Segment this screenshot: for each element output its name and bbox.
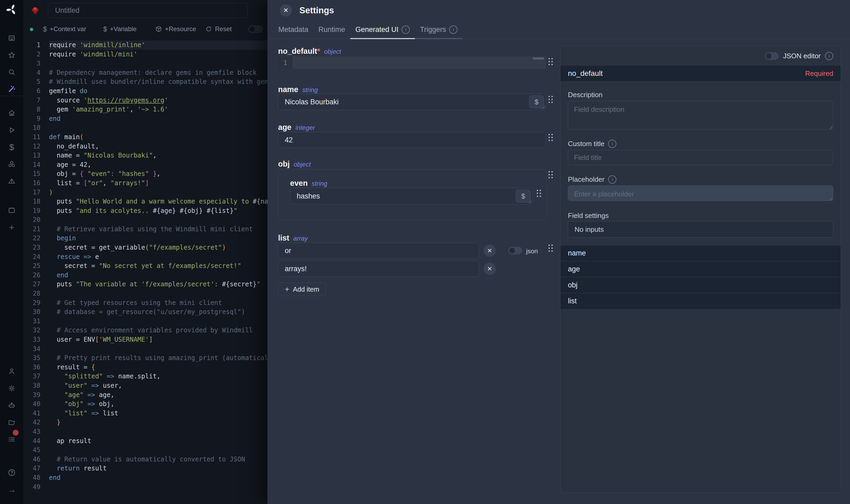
settings-header: ✕ Settings <box>268 0 850 21</box>
drag-handle[interactable] <box>537 190 541 197</box>
code-token: ] <box>145 179 149 187</box>
mini-scrollbar[interactable] <box>533 57 544 59</box>
code-token: "arrays!" <box>110 179 145 187</box>
code-token: # Get typed resources using the mini cli… <box>49 299 222 307</box>
code-token: name.split, <box>118 373 161 380</box>
add-variable-button[interactable]: $ +Variable <box>103 21 137 37</box>
drag-handle[interactable] <box>548 58 553 65</box>
code-token: age = 42, <box>49 161 91 168</box>
audit-logs-icon[interactable] <box>0 432 23 447</box>
json-editor-toggle[interactable] <box>765 52 779 60</box>
code-token: gem <box>49 106 72 113</box>
windmill-logo-icon[interactable] <box>0 2 23 17</box>
required-asterisk: * <box>317 47 320 55</box>
drag-handle[interactable] <box>548 134 553 141</box>
home-icon[interactable] <box>0 106 23 121</box>
field-row-list[interactable]: list <box>560 293 841 309</box>
close-icon[interactable]: ✕ <box>280 4 292 17</box>
code-token: ( <box>145 244 149 251</box>
diff-toggle[interactable] <box>248 25 263 33</box>
apps-prism-icon[interactable] <box>0 174 23 189</box>
code-token: secret = <box>49 262 99 270</box>
code-token: "splitted" <box>65 373 103 380</box>
code-token <box>149 170 153 178</box>
tab-metadata[interactable]: Metadata <box>273 21 313 39</box>
code-token: source <box>49 96 84 104</box>
json-toggle[interactable] <box>508 247 522 254</box>
code-token: #{obj} <box>180 207 203 215</box>
code-token: age, <box>99 391 114 399</box>
code-token: : <box>110 170 114 178</box>
add-item-button[interactable]: + Add item <box>278 283 326 296</box>
code-token: # Retrieve variables using the Windmill … <box>49 226 253 233</box>
script-title-input[interactable] <box>48 3 248 18</box>
code-token: => <box>103 373 118 380</box>
field-row-name[interactable]: name <box>560 245 841 261</box>
status-dot <box>30 28 33 31</box>
workspace-icon[interactable] <box>0 31 23 46</box>
line-number: 40 <box>23 399 49 409</box>
json-toggle-label: json <box>526 248 538 255</box>
drag-handle[interactable] <box>548 171 553 178</box>
insert-variable-button[interactable]: $ <box>529 95 544 108</box>
schedules-calendar-icon[interactable] <box>0 203 23 218</box>
variables-dollar-icon[interactable]: $ <box>0 140 23 155</box>
insert-variable-button[interactable]: $ <box>516 190 531 202</box>
code-token: main <box>60 133 79 141</box>
add-resource-button[interactable]: +Resource <box>155 21 196 37</box>
list-item-input[interactable]: arrays! <box>278 261 479 277</box>
collapse-arrow-icon[interactable]: → <box>0 482 23 497</box>
age-input[interactable]: 42 <box>278 132 546 148</box>
line-number: 43 <box>23 427 49 436</box>
placeholder-textarea[interactable] <box>568 185 833 201</box>
no-default-json-input[interactable]: 1 <box>278 56 546 69</box>
help-icon[interactable] <box>0 465 23 480</box>
reset-button[interactable]: Reset <box>205 21 232 37</box>
custom-title-input[interactable] <box>568 150 833 165</box>
folders-icon[interactable] <box>0 415 23 430</box>
even-input[interactable]: hashes $ <box>290 188 533 204</box>
app-sidebar: $ + <box>0 0 23 504</box>
line-number: 10 <box>23 123 49 132</box>
user-icon[interactable] <box>0 364 23 379</box>
code-token <box>49 418 57 426</box>
remove-item-icon[interactable]: ✕ <box>484 263 496 275</box>
tab-generated-ui[interactable]: Generated UI <box>350 21 415 39</box>
line-number: 20 <box>23 215 49 224</box>
favorites-star-icon[interactable] <box>0 48 23 62</box>
add-context-var-button[interactable]: $ +Context var <box>43 21 86 37</box>
code-token <box>49 465 57 472</box>
line-number: 31 <box>23 317 49 326</box>
line-number: 32 <box>23 326 49 335</box>
settings-tabs: Metadata Runtime Generated UI Triggers <box>268 21 850 39</box>
ai-wand-icon[interactable] <box>0 82 23 96</box>
runs-play-icon[interactable] <box>0 123 23 138</box>
drag-handle[interactable] <box>548 245 553 251</box>
code-token: " <box>256 281 260 288</box>
field-row-obj[interactable]: obj <box>560 277 841 293</box>
resources-cubes-icon[interactable] <box>0 157 23 172</box>
description-textarea[interactable] <box>568 101 833 130</box>
settings-gear-icon[interactable] <box>0 381 23 396</box>
line-number: 34 <box>23 344 49 354</box>
tab-triggers[interactable]: Triggers <box>415 21 463 39</box>
search-icon[interactable] <box>0 65 23 79</box>
line-number: 11 <box>23 132 49 142</box>
code-token: list <box>103 410 118 417</box>
code-token: "user" <box>65 382 88 389</box>
workers-robot-icon[interactable] <box>0 398 23 413</box>
code-token: 'windmill/mini' <box>80 51 138 58</box>
selected-field-row[interactable]: no_default Required <box>560 66 841 81</box>
name-input[interactable]: Nicolas Bourbaki $ <box>278 94 546 110</box>
add-plus-icon[interactable]: + <box>0 220 23 235</box>
list-item-input[interactable]: or <box>278 243 479 259</box>
code-token: return <box>57 465 80 472</box>
field-row-age[interactable]: age <box>560 261 841 277</box>
code-token: , <box>153 152 157 159</box>
code-token: [ <box>84 179 87 187</box>
code-token: "f/examples/secret" <box>149 244 222 251</box>
remove-item-icon[interactable]: ✕ <box>484 245 496 257</box>
drag-handle[interactable] <box>548 96 553 103</box>
tab-runtime[interactable]: Runtime <box>313 21 350 39</box>
app-root: { "icons": { "x": "\u2715", "plus": "+",… <box>0 0 850 504</box>
